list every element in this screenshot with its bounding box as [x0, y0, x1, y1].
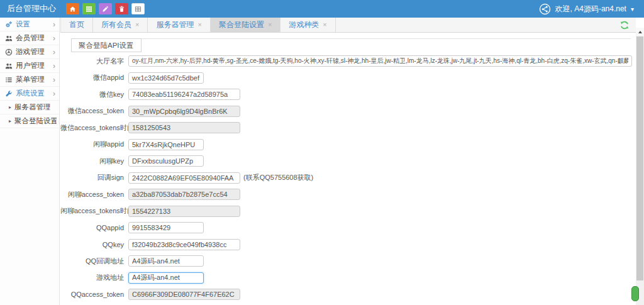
form-row: 微信key	[60, 89, 636, 100]
sidebar-item-users[interactable]: 用户管理 ›	[0, 59, 59, 73]
tab-server-management[interactable]: 服务器管理 ×	[148, 18, 210, 32]
tab-label: 服务器管理	[156, 19, 194, 30]
users-icon	[5, 62, 13, 70]
inner-scrollbar-thumb[interactable]	[631, 286, 639, 301]
tab-aggregate-login[interactable]: 聚合登陆设置 ×	[211, 18, 280, 32]
input-game-address[interactable]	[128, 272, 204, 284]
table-button[interactable]	[131, 3, 145, 14]
refresh-icon	[619, 20, 630, 30]
scrollbar-thumb[interactable]	[636, 36, 643, 280]
tab-close-icon[interactable]: ×	[135, 21, 139, 28]
input-wechat-access-token	[128, 106, 240, 117]
tab-label: 首页	[69, 19, 84, 30]
sidebar-item-members[interactable]: 会员管理 ›	[0, 31, 59, 45]
share-circle-icon	[539, 3, 551, 15]
tab-close-icon[interactable]: ×	[197, 21, 201, 28]
form-label: 游戏地址	[60, 273, 128, 282]
input-qq-key[interactable]	[128, 239, 240, 250]
home-button[interactable]	[66, 3, 79, 14]
tab-close-icon[interactable]: ×	[323, 21, 326, 28]
api-settings-panel-tab[interactable]: 聚合登陆API设置	[71, 38, 142, 52]
user-menu[interactable]: 欢迎, A4源码-an4.net ▾	[539, 3, 644, 15]
triangle-right-icon: ▸	[9, 104, 11, 110]
form-row: 游戏地址	[60, 272, 636, 284]
input-wechat-access-tokens-time	[128, 122, 240, 133]
users-icon	[5, 35, 13, 42]
tab-label: 游戏种类	[289, 19, 319, 30]
form-label: 微信access_tokens时间	[60, 123, 128, 133]
form-label: 微信access_token	[60, 106, 128, 116]
wrench-icon	[5, 90, 13, 97]
input-wechat-key[interactable]	[128, 89, 240, 100]
sidebar-item-label: 会员管理	[16, 33, 45, 43]
form-row: 闲聊key	[60, 155, 636, 167]
form-row: QQaccess_token	[60, 289, 636, 300]
tab-all-members[interactable]: 所有会员 ×	[93, 18, 148, 32]
form-label: 闲聊appid	[60, 140, 128, 149]
tab-strip: 首页 所有会员 × 服务器管理 × 聚合登陆设置 × 游戏种类 ×	[60, 18, 336, 32]
pencil-button[interactable]	[99, 3, 112, 14]
chevron-right-icon: ›	[53, 76, 55, 84]
arrow-up-icon	[638, 29, 642, 33]
chevron-right-icon: ›	[53, 48, 55, 56]
sidebar-item-menus[interactable]: 菜单管理 ›	[0, 73, 59, 87]
sidebar-item-settings[interactable]: 设置 ›	[0, 18, 59, 31]
field-hint: (联系QQ5755608获取)	[243, 173, 313, 182]
sidebar-item-label: 游戏管理	[16, 47, 45, 57]
form-label: 回调sign	[60, 173, 128, 182]
chevron-right-icon: ›	[53, 90, 55, 97]
sidebar-item-games[interactable]: 游戏管理 ›	[0, 45, 59, 59]
content-panel: 聚合登陆API设置 大厅名字 微信appid 微信key 微信access_to…	[60, 33, 636, 305]
input-xianliao-key[interactable]	[128, 155, 204, 167]
form-row: 微信access_tokens时间	[60, 122, 636, 133]
form-label: 大厅名字	[60, 57, 128, 66]
gears-icon	[5, 21, 13, 28]
triangle-right-icon: ▸	[9, 118, 11, 124]
input-hall-name[interactable]	[128, 55, 632, 67]
form-label: QQkey	[60, 241, 128, 248]
pencil-icon	[102, 6, 109, 13]
sidebar-menu: 设置 › 会员管理 › 游戏管理 › 用户管理 › 菜单管理 › 系统设置 › …	[0, 18, 59, 128]
scroll-up-button[interactable]	[636, 28, 644, 36]
vertical-scrollbar	[636, 28, 644, 305]
chevron-right-icon: ›	[53, 62, 55, 70]
form-row: QQkey	[60, 239, 636, 250]
sidebar: 设置 › 会员管理 › 游戏管理 › 用户管理 › 菜单管理 › 系统设置 › …	[0, 18, 60, 305]
refresh-button[interactable]	[619, 20, 630, 30]
form-row: 闲聊access_token	[60, 189, 636, 200]
sidebar-subitem-aggregate-login-settings[interactable]: ▸ 聚合登陆设置	[0, 114, 59, 128]
home-icon	[69, 6, 76, 13]
sidebar-item-label: 设置	[16, 19, 30, 29]
chevron-right-icon: ›	[53, 21, 55, 28]
grid-button[interactable]	[82, 3, 96, 14]
form-row: 闲聊appid	[60, 139, 636, 150]
admin-app: 后台管理中心 欢迎, A4源码-an4.net ▾ 设置 › 会员管理 › 游戏…	[0, 0, 644, 305]
app-title: 后台管理中心	[0, 3, 66, 14]
input-qq-callback-address[interactable]	[128, 255, 204, 267]
grid-icon	[86, 6, 92, 13]
trash-button[interactable]	[115, 3, 128, 14]
top-header: 后台管理中心 欢迎, A4源码-an4.net ▾	[0, 0, 644, 18]
tab-close-icon[interactable]: ×	[268, 21, 272, 28]
tab-home[interactable]: 首页	[60, 18, 93, 32]
form-label: 闲聊access_token	[60, 190, 128, 199]
input-qq-appid[interactable]	[128, 222, 204, 233]
tab-label: 聚合登陆设置	[219, 19, 264, 30]
chevron-right-icon: ›	[53, 35, 55, 42]
input-wechat-appid[interactable]	[128, 72, 204, 84]
input-xianliao-access-tokens-time	[128, 206, 240, 217]
tab-game-types[interactable]: 游戏种类 ×	[280, 18, 335, 32]
sidebar-item-label: 菜单管理	[16, 75, 45, 84]
input-xianliao-appid[interactable]	[128, 139, 204, 150]
tab-label: 所有会员	[101, 19, 131, 30]
form-label: QQaccess_token	[60, 291, 128, 298]
sidebar-subitem-server-management[interactable]: ▸ 服务器管理	[0, 101, 59, 114]
sidebar-item-system[interactable]: 系统设置 ›	[0, 87, 59, 101]
list-icon	[5, 76, 13, 84]
trash-icon	[118, 6, 125, 13]
sidebar-subitem-label: 服务器管理	[14, 103, 51, 112]
settings-form: 大厅名字 微信appid 微信key 微信access_token 微信acce…	[60, 55, 636, 305]
quick-buttons	[66, 3, 145, 14]
input-callback-sign[interactable]	[128, 172, 240, 184]
form-row: QQappid	[60, 222, 636, 233]
